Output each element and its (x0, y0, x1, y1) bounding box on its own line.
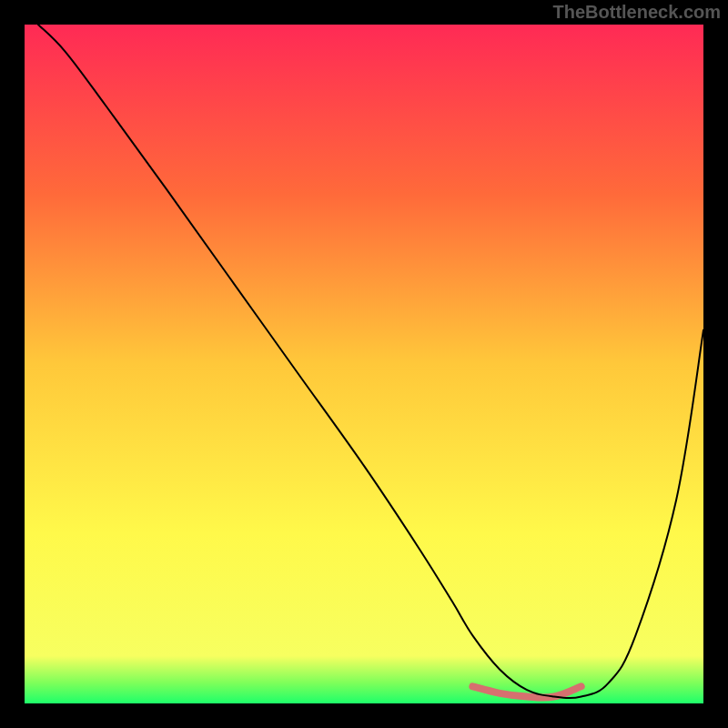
bottleneck-chart (0, 0, 728, 728)
plot-background (25, 25, 703, 703)
chart-frame: TheBottleneck.com (0, 0, 728, 728)
watermark-text: TheBottleneck.com (553, 2, 721, 23)
